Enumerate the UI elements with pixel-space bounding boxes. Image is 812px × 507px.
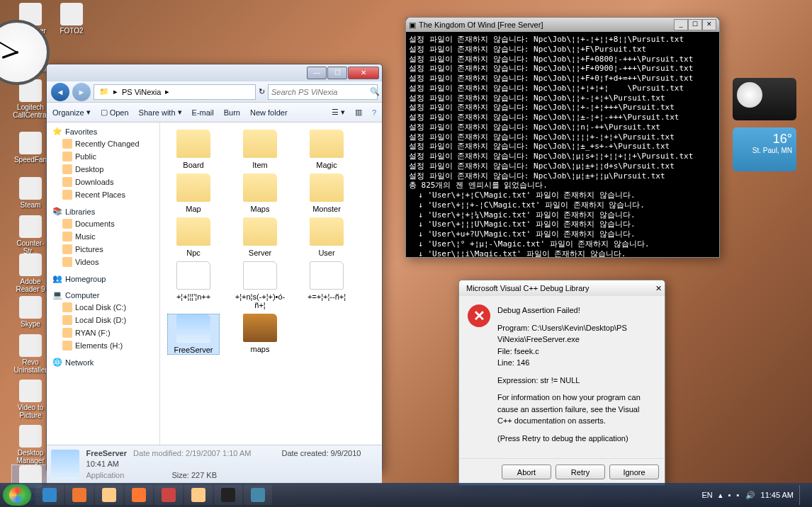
share-menu[interactable]: Share with ▾	[139, 108, 182, 117]
temperature: 16°	[737, 132, 792, 147]
file-item[interactable]: User	[300, 217, 353, 257]
file-item[interactable]: Item	[234, 130, 286, 169]
sidebar-item[interactable]: RYAN (F:)	[47, 326, 159, 339]
network-header[interactable]: 🌐 Network	[47, 356, 159, 368]
preview-pane-button[interactable]: ▥	[355, 108, 362, 117]
homegroup-header[interactable]: 👥 Homegroup	[47, 273, 159, 285]
desktop-icon-foto2[interactable]: FOTO2	[52, 3, 91, 35]
taskbar-console[interactable]	[214, 485, 242, 505]
back-button[interactable]: ◄	[51, 83, 69, 101]
search-box[interactable]: 🔍	[268, 84, 378, 100]
language-indicator[interactable]: EN	[701, 491, 712, 499]
minimize-button[interactable]: _	[674, 19, 688, 30]
desktop-icon-counter-str-[interactable]: Counter-Str...	[11, 215, 50, 255]
file-item[interactable]: +¦+n¦s(-+¦+)•ó-ñ+¦	[234, 261, 286, 309]
system-tray[interactable]: EN ▴ ▪ ▪ 🔊 11:45 AM	[701, 485, 809, 505]
desktop-icon-video-to-picture[interactable]: Video to Picture	[11, 380, 50, 419]
email-button[interactable]: E-mail	[192, 108, 214, 117]
dialog-titlebar[interactable]: Microsoft Visual C++ Debug Library ✕	[459, 280, 665, 296]
flag-icon[interactable]: ▪	[728, 491, 731, 499]
start-button[interactable]	[3, 484, 31, 506]
minimize-button[interactable]: —	[307, 67, 327, 79]
computer-header[interactable]: 💻 Computer	[47, 289, 159, 301]
show-desktop[interactable]	[799, 485, 805, 505]
file-item[interactable]: Maps	[234, 173, 286, 213]
taskbar-explorer2[interactable]	[184, 485, 213, 505]
close-button[interactable]: ✕	[348, 67, 379, 79]
network-icon[interactable]: ▪	[737, 491, 740, 499]
desktop-icon-adobe-reader-9[interactable]: Adobe Reader 9	[11, 254, 50, 293]
desktop-icon-desktop-manager[interactable]: Desktop Manager	[11, 425, 50, 465]
desktop-icon-revo-uninstaller[interactable]: Revo Uninstaller	[11, 334, 50, 374]
file-grid[interactable]: BoardItemMagicMapMapsMonsterNpcServerUse…	[160, 123, 382, 445]
sidebar-item[interactable]: Local Disk (C:)	[47, 301, 159, 314]
favorites-header[interactable]: ⭐ Favorites	[47, 125, 159, 137]
sidebar-item[interactable]: Elements (H:)	[47, 339, 159, 352]
file-item[interactable]: Magic	[300, 130, 353, 169]
error-dialog: Microsoft Visual C++ Debug Library ✕ ✕ D…	[458, 280, 665, 486]
sidebar-item[interactable]: Music	[47, 230, 159, 243]
refresh-icon[interactable]: ↻	[259, 87, 265, 96]
abort-button[interactable]: Abort	[502, 465, 551, 479]
sidebar-item[interactable]: Videos	[47, 256, 159, 268]
maximize-button[interactable]: ☐	[327, 67, 347, 79]
ignore-button[interactable]: Ignore	[609, 465, 659, 479]
new-folder-button[interactable]: New folder	[250, 108, 288, 117]
close-button[interactable]: ✕	[702, 19, 716, 30]
cpu-meter-gadget[interactable]	[733, 78, 796, 120]
weather-gadget[interactable]: 16° St. Paul, MN	[733, 127, 796, 171]
details-icon	[51, 450, 79, 479]
console-output[interactable]: 설정 파일이 존재하지 않습니다: Npc\Job\¦¦+-¦+¦¦+8¦¦\P…	[406, 32, 719, 257]
sidebar-item[interactable]: Public	[47, 150, 159, 163]
error-icon: ✕	[468, 304, 490, 327]
organize-menu[interactable]: Organize ▾	[52, 108, 91, 117]
file-item[interactable]: +¦+¦¦¦'¦n++	[167, 261, 220, 309]
search-icon: 🔍	[370, 87, 380, 96]
maximize-button[interactable]: ☐	[688, 19, 702, 30]
file-item[interactable]: Server	[234, 217, 286, 257]
console-titlebar[interactable]: ▣ The Kingdom Of Wind [Free Server] _ ☐ …	[406, 18, 719, 32]
taskbar-media[interactable]	[125, 485, 153, 505]
desktop-icon-skype[interactable]: Skype	[11, 296, 50, 328]
sidebar-item[interactable]: Documents	[47, 217, 159, 230]
taskbar-app[interactable]	[154, 485, 183, 505]
taskbar-winbaram[interactable]	[244, 485, 272, 505]
burn-button[interactable]: Burn	[224, 108, 240, 117]
sidebar-item[interactable]: Downloads	[47, 176, 159, 188]
sidebar-item[interactable]: Desktop	[47, 163, 159, 176]
file-item[interactable]: Npc	[167, 217, 220, 257]
sidebar-item[interactable]: Local Disk (D:)	[47, 314, 159, 326]
libraries-header[interactable]: 📚 Libraries	[47, 205, 159, 217]
volume-icon[interactable]: 🔊	[745, 491, 755, 500]
explorer-window: — ☐ ✕ ◄ ► 📁▸ PS ViNexia▸ ↻ 🔍 Organize ▾ …	[46, 64, 383, 471]
desktop-icon-logitech-callcentral[interactable]: Logitech CallCentral	[11, 79, 50, 119]
file-item[interactable]: Monster	[300, 173, 353, 213]
file-item[interactable]: +=+¦+¦--ñ+¦	[300, 261, 353, 309]
file-item[interactable]: Map	[167, 173, 220, 213]
forward-button[interactable]: ►	[72, 83, 91, 101]
help-button[interactable]: ?	[372, 108, 376, 117]
console-window: ▣ The Kingdom Of Wind [Free Server] _ ☐ …	[405, 17, 720, 258]
taskbar-ie[interactable]	[35, 485, 64, 505]
retry-button[interactable]: Retry	[556, 465, 605, 479]
desktop-icon-speedfan[interactable]: SpeedFan	[11, 132, 50, 164]
file-item[interactable]: maps	[234, 314, 286, 355]
sidebar-item[interactable]: Recently Changed	[47, 137, 159, 150]
taskbar-explorer[interactable]	[95, 485, 123, 505]
clock-text[interactable]: 11:45 AM	[761, 491, 794, 499]
desktop-icon-steam[interactable]: Steam	[11, 177, 50, 209]
console-icon: ▣	[409, 21, 416, 30]
search-input[interactable]	[271, 88, 370, 96]
sidebar-item[interactable]: Pictures	[47, 243, 159, 256]
sidebar-item[interactable]: Recent Places	[47, 188, 159, 201]
details-pane: FreeServer Date modified: 2/19/2007 1:10…	[47, 445, 382, 484]
taskbar-firefox[interactable]	[65, 485, 94, 505]
file-item[interactable]: Board	[167, 130, 220, 169]
breadcrumb[interactable]: 📁▸ PS ViNexia▸	[94, 84, 256, 100]
file-item[interactable]: FreeServer	[167, 314, 220, 355]
close-button[interactable]: ✕	[655, 284, 662, 293]
open-button[interactable]: ▢ Open	[101, 108, 129, 117]
explorer-titlebar[interactable]: — ☐ ✕	[47, 64, 382, 81]
view-menu[interactable]: ☰ ▾	[332, 108, 345, 117]
show-hidden-icons[interactable]: ▴	[718, 491, 723, 500]
